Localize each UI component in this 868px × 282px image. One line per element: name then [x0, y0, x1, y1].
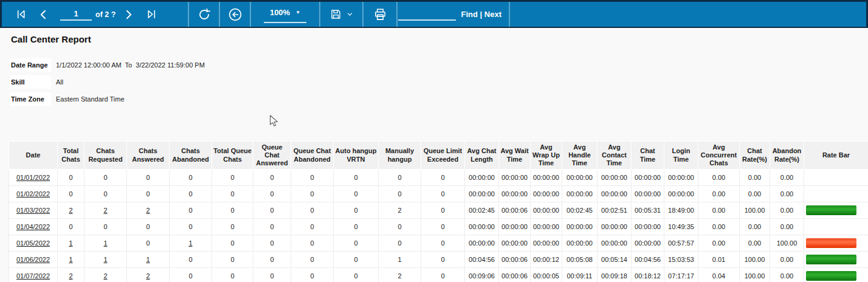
cell-manually_hangup: 0 [379, 219, 421, 235]
cell-chats_abandoned: 0 [170, 268, 212, 282]
cell-chats_requested[interactable]: 2 [84, 268, 127, 282]
cell-total_chats[interactable]: 2 [58, 202, 84, 219]
column-header-date: Date [9, 142, 58, 170]
param-label: Time Zone [10, 92, 51, 106]
cell-login_time: 15:03:53 [664, 252, 698, 268]
cell-login_time: 00:57:57 [664, 235, 698, 252]
column-header-auto_hangup_vrtn: Auto hangup VRTN [334, 142, 379, 170]
cell-queue_chat_answered: 0 [253, 170, 291, 186]
cell-avg_chat_length: 00:00:00 [465, 186, 499, 202]
cell-avg_wait_time: 00:00:00 [499, 186, 531, 202]
param-label: Skill [10, 75, 51, 89]
cell-chat_rate: 0.00 [740, 186, 770, 202]
cell-date[interactable]: 01/06/2022 [9, 252, 58, 268]
cell-login_time: 00:00:00 [664, 186, 698, 202]
cell-manually_hangup: 0 [379, 186, 421, 202]
cell-chats_answered[interactable]: 2 [127, 202, 170, 219]
cell-avg_concurrent_chats: 0.00 [698, 219, 740, 235]
cell-date[interactable]: 01/04/2022 [9, 219, 58, 235]
export-dropdown-button[interactable] [329, 2, 353, 27]
rate-bar [806, 271, 856, 281]
print-icon [373, 7, 387, 21]
param-value: Eastern Standard Time [51, 95, 125, 103]
cell-queue_chat_abandoned: 0 [291, 268, 334, 282]
cell-total_chats[interactable]: 1 [58, 252, 84, 268]
cell-avg_wrap_up_time: 00:00:05 [531, 268, 562, 282]
cell-manually_hangup: 2 [379, 268, 421, 282]
cell-total_chats[interactable]: 1 [58, 235, 84, 252]
back-to-parent-button[interactable] [227, 2, 243, 27]
cell-date[interactable]: 01/03/2022 [9, 202, 58, 219]
rate-bar [806, 205, 856, 215]
cell-avg_handle_time: 00:00:00 [562, 170, 598, 186]
column-header-abandon_rate: Abandon Rate(%) [770, 142, 804, 170]
rate-bar [806, 238, 856, 248]
cell-abandon_rate: 0.00 [770, 202, 804, 219]
cell-queue_chat_abandoned: 0 [291, 170, 334, 186]
first-page-button[interactable] [9, 2, 32, 27]
column-header-total_chats: Total Chats [58, 142, 84, 170]
page-number-input[interactable] [60, 8, 92, 21]
column-header-queue_chat_abandoned: Queue Chat Abandoned [291, 142, 334, 170]
find-input[interactable] [398, 8, 456, 21]
column-header-manually_hangup: Manually hangup [379, 142, 421, 170]
cell-chat_time: 00:00:00 [632, 235, 664, 252]
table-row: 01/06/2022111000001000:04:5600:00:0600:0… [9, 252, 868, 268]
toolbar-divider [509, 2, 510, 27]
table-row: 01/02/2022000000000000:00:0000:00:0000:0… [9, 186, 868, 202]
cell-chats_requested: 0 [84, 170, 127, 186]
cell-total_queue_chats: 0 [212, 202, 253, 219]
cell-date[interactable]: 01/07/2022 [9, 268, 58, 282]
back-arrow-icon [227, 7, 243, 22]
cell-avg_chat_length: 00:00:00 [465, 170, 499, 186]
cell-total_chats[interactable]: 2 [58, 268, 84, 282]
cell-date[interactable]: 01/05/2022 [9, 235, 58, 252]
print-button[interactable] [373, 2, 387, 27]
cell-chats_abandoned[interactable]: 1 [170, 235, 212, 252]
last-page-button[interactable] [140, 2, 163, 27]
cell-queue_limit_exceeded: 0 [421, 268, 465, 282]
table-header-row: DateTotal ChatsChats RequestedChats Answ… [9, 142, 868, 170]
cell-date[interactable]: 01/02/2022 [9, 186, 58, 202]
cell-manually_hangup: 0 [379, 170, 421, 186]
cell-avg_wrap_up_time: 00:00:00 [531, 186, 562, 202]
cell-abandon_rate: 100.00 [770, 235, 804, 252]
report-table: DateTotal ChatsChats RequestedChats Answ… [9, 141, 868, 282]
cell-auto_hangup_vrtn: 0 [334, 219, 379, 235]
last-page-icon [145, 8, 158, 21]
report-parameters: Date Range 1/1/2022 12:00:00 AM To 3/22/… [10, 58, 205, 109]
cell-chat_time: 00:18:12 [632, 268, 664, 282]
cell-chats_abandoned: 0 [170, 186, 212, 202]
cell-queue_limit_exceeded: 0 [421, 170, 465, 186]
cell-chats_requested: 0 [84, 186, 127, 202]
cell-total_queue_chats: 0 [212, 170, 253, 186]
cell-chats_requested[interactable]: 1 [84, 252, 127, 268]
cell-avg_chat_length: 00:00:00 [465, 219, 499, 235]
chevron-left-icon [38, 9, 50, 21]
table-row: 01/04/2022000000000000:00:0000:00:0000:0… [9, 219, 868, 235]
zoom-select[interactable]: 100% ▼ [264, 5, 306, 23]
cell-queue_limit_exceeded: 0 [421, 186, 465, 202]
column-header-chats_requested: Chats Requested [84, 142, 127, 170]
refresh-icon [197, 7, 212, 22]
find-next-link[interactable]: Find | Next [461, 10, 501, 19]
cell-auto_hangup_vrtn: 0 [334, 252, 379, 268]
table-row: 01/01/2022000000000000:00:0000:00:0000:0… [9, 170, 868, 186]
cell-chat_rate: 100.00 [740, 202, 770, 219]
previous-page-button[interactable] [32, 2, 55, 27]
cell-total_chats: 0 [58, 219, 84, 235]
param-label: Date Range [10, 58, 51, 72]
cell-chats_requested[interactable]: 2 [84, 202, 127, 219]
cell-chats_answered[interactable]: 1 [127, 252, 170, 268]
cell-auto_hangup_vrtn: 0 [334, 170, 379, 186]
cell-abandon_rate: 0.00 [770, 170, 804, 186]
cell-avg_chat_length: 00:02:45 [465, 202, 499, 219]
cell-manually_hangup: 0 [379, 235, 421, 252]
refresh-button[interactable] [197, 2, 212, 27]
cell-chats_requested[interactable]: 1 [84, 235, 127, 252]
cell-chats_answered[interactable]: 2 [127, 268, 170, 282]
cell-login_time: 00:00:00 [664, 170, 698, 186]
next-page-button[interactable] [117, 2, 140, 27]
cell-rate_bar [804, 202, 868, 219]
cell-date[interactable]: 01/01/2022 [9, 170, 58, 186]
